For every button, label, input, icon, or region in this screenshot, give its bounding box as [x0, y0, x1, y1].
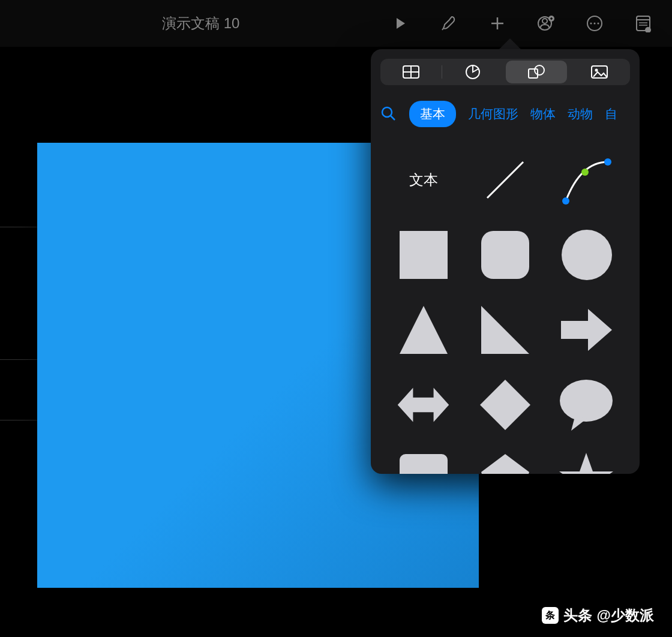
svg-point-25	[581, 169, 589, 176]
shape-text[interactable]: 文本	[395, 151, 452, 208]
watermark: 条 头条 @少数派	[542, 606, 654, 625]
plus-icon[interactable]	[487, 13, 508, 34]
svg-rect-26	[400, 231, 448, 279]
toolbar-icons	[389, 13, 654, 34]
category-objects[interactable]: 物体	[530, 106, 556, 122]
svg-line-22	[487, 162, 523, 198]
svg-point-24	[604, 158, 611, 166]
shape-circle[interactable]	[558, 226, 615, 283]
shape-pentagon[interactable]	[476, 451, 533, 474]
svg-point-1	[542, 19, 547, 23]
shape-speech-bubble[interactable]	[558, 376, 615, 433]
shape-diamond[interactable]	[476, 376, 533, 433]
svg-point-20	[382, 107, 392, 117]
watermark-prefix: 头条	[563, 606, 592, 625]
collaborate-icon[interactable]	[535, 13, 557, 34]
shape-triangle[interactable]	[395, 301, 452, 358]
category-more[interactable]: 自	[605, 106, 617, 122]
svg-rect-27	[481, 231, 529, 279]
slide-thumbnails-sidebar	[0, 47, 37, 583]
shape-right-triangle[interactable]	[476, 301, 533, 358]
shape-arrow-bidirectional[interactable]	[395, 376, 452, 433]
tab-table[interactable]	[380, 59, 442, 85]
watermark-handle: @少数派	[597, 606, 654, 625]
more-icon[interactable]	[584, 13, 605, 34]
document-title: 演示文稿 10	[162, 14, 239, 33]
shape-category-bar: 基本 几何图形 物体 动物 自	[371, 95, 640, 133]
svg-point-6	[598, 23, 599, 25]
svg-rect-30	[400, 454, 448, 474]
shape-curve[interactable]	[558, 151, 615, 208]
insert-popover: 基本 几何图形 物体 动物 自 文本	[371, 49, 640, 474]
shapes-grid: 文本	[371, 133, 640, 474]
svg-point-23	[562, 197, 569, 205]
tab-chart[interactable]	[442, 59, 503, 85]
insert-tab-bar	[380, 59, 630, 85]
shape-square[interactable]	[395, 226, 452, 283]
category-animals[interactable]: 动物	[568, 106, 593, 122]
svg-point-29	[560, 380, 613, 422]
shape-rounded-square[interactable]	[476, 226, 533, 283]
svg-point-28	[562, 230, 612, 280]
category-geometry[interactable]: 几何图形	[468, 106, 518, 122]
svg-point-19	[595, 69, 598, 72]
play-icon[interactable]	[389, 13, 411, 34]
shape-line[interactable]	[476, 151, 533, 208]
shape-arrow-right[interactable]	[558, 301, 615, 358]
svg-point-17	[535, 65, 544, 75]
popover-arrow	[498, 38, 522, 50]
format-panel-icon[interactable]	[632, 13, 654, 34]
svg-line-21	[391, 116, 395, 120]
shape-star[interactable]	[558, 451, 615, 474]
brush-icon[interactable]	[438, 13, 460, 34]
svg-point-4	[590, 23, 592, 25]
category-basic[interactable]: 基本	[409, 101, 456, 127]
tab-shapes[interactable]	[506, 61, 567, 83]
tab-media[interactable]	[569, 59, 630, 85]
svg-point-5	[594, 23, 596, 25]
shape-callout[interactable]	[395, 451, 452, 474]
toolbar: 演示文稿 10	[0, 0, 672, 47]
search-icon[interactable]	[380, 106, 397, 122]
watermark-icon: 条	[542, 607, 559, 624]
